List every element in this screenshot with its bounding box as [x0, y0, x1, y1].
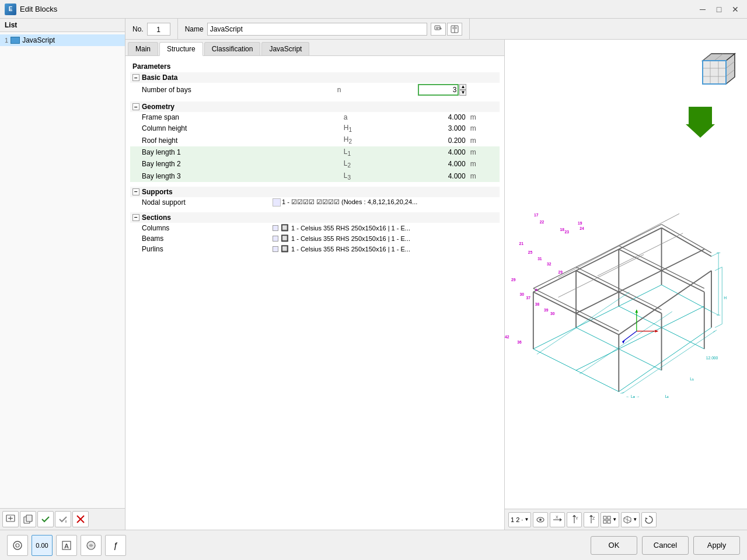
param-symbol: L2 [341, 158, 383, 170]
param-symbol: L3 [341, 170, 383, 182]
table-row: Bay length 1 L1 4.000 m [130, 146, 500, 158]
axis-y-button[interactable]: Y [567, 512, 582, 527]
axis-z-button[interactable]: Z [584, 512, 599, 527]
svg-rect-142 [603, 516, 606, 519]
delete-icon [76, 514, 85, 524]
svg-marker-79 [635, 310, 638, 313]
tab-javascript[interactable]: JavaScript [261, 42, 309, 55]
structure-3d-svg: 17 18 19 22 23 24 21 25 31 32 29 [505, 40, 747, 509]
app-icon: E [5, 4, 16, 15]
table-row: Frame span a 4.000 m [130, 112, 500, 123]
edit-name-button[interactable] [431, 23, 446, 36]
reset-view-icon [644, 515, 654, 524]
tool-render-button[interactable] [81, 535, 102, 556]
param-value: 4.000 [383, 170, 468, 182]
collapse-geometry[interactable]: − [132, 103, 139, 110]
axis-x-button[interactable]: X [550, 512, 565, 527]
title-bar-controls: ─ □ ✕ [696, 4, 742, 15]
svg-line-49 [533, 228, 662, 292]
verify-ok-button[interactable] [37, 511, 54, 527]
params-panel: Main Structure Classification JavaScript… [125, 40, 505, 530]
svg-text:12.000: 12.000 [706, 356, 718, 360]
param-symbol [247, 197, 270, 208]
section-cell: 🔲 1 - Celsius 355 RHS 250x150x16 | 1 - E… [273, 224, 497, 232]
svg-text:30: 30 [520, 292, 525, 296]
collapse-supports[interactable]: − [132, 188, 139, 195]
svg-text:22: 22 [540, 220, 544, 224]
no-field: No. 1 [125, 19, 178, 39]
list-item[interactable]: 1 JavaScript [0, 34, 125, 46]
collapse-basic-data[interactable]: − [132, 74, 139, 81]
axis-x-icon: X [553, 516, 562, 524]
geometry-title: − Geometry [130, 102, 500, 112]
collapse-sections[interactable]: − [132, 214, 139, 221]
svg-text:17: 17 [534, 213, 539, 217]
geometry-table: Frame span a 4.000 m Column height H1 3.… [130, 112, 500, 182]
verify-warning-button[interactable] [55, 511, 71, 527]
eye-button[interactable] [533, 512, 548, 527]
check-warning-icon [58, 514, 68, 524]
section-text: 1 - Celsius 355 RHS 250x150x16 | 1 - E..… [291, 235, 410, 242]
svg-text:L₂: L₂ [665, 394, 669, 398]
svg-text:← L₃ →: ← L₃ → [626, 394, 640, 398]
param-label: Bay length 1 [130, 146, 341, 158]
param-unit: m [468, 134, 500, 146]
delete-block-button[interactable] [72, 511, 89, 527]
svg-point-151 [16, 544, 19, 547]
cancel-button[interactable]: Cancel [642, 536, 689, 555]
ok-button[interactable]: OK [591, 536, 637, 555]
left-toolbar [0, 508, 125, 530]
table-row: Roof height H2 0.200 m [130, 134, 500, 146]
name-input[interactable] [207, 23, 427, 36]
numbering-label: 1 2 · [511, 516, 523, 523]
add-block-button[interactable] [2, 511, 19, 527]
minimize-button[interactable]: ─ [696, 4, 710, 15]
copy-block-button[interactable] [20, 511, 36, 527]
param-label: Frame span [130, 112, 341, 123]
3d-view-button[interactable]: ▼ [621, 512, 640, 527]
list-area: 1 JavaScript [0, 32, 125, 508]
param-label: Purlins [130, 244, 247, 254]
library-button[interactable] [447, 23, 462, 36]
basic-data-title: − Basic Data [130, 72, 500, 83]
tool-formula-button[interactable]: ƒ [105, 535, 126, 556]
svg-rect-4 [26, 515, 32, 522]
name-buttons [431, 23, 462, 36]
close-button[interactable]: ✕ [728, 4, 742, 15]
tool-measure-button[interactable]: 0.00 [32, 535, 53, 556]
spin-up-button[interactable]: ▲ [459, 84, 466, 90]
view-toolbar: 1 2 · ▼ [505, 509, 747, 530]
svg-text:21: 21 [519, 242, 523, 246]
svg-text:30: 30 [550, 312, 555, 316]
check-ok-icon [41, 514, 50, 524]
list-item-number: 1 [5, 37, 8, 44]
svg-text:23: 23 [565, 230, 570, 234]
table-row: Number of bays n ▲ ▼ [130, 83, 500, 97]
params-section-header: Parameters [130, 61, 500, 72]
tool-text-button[interactable]: A [56, 535, 77, 556]
apply-button[interactable]: Apply [693, 536, 740, 555]
view-options-button[interactable]: ▼ [601, 512, 619, 527]
spin-down-button[interactable]: ▼ [459, 90, 466, 96]
svg-rect-145 [608, 520, 610, 523]
no-value: 1 [147, 23, 170, 36]
param-symbol [247, 223, 270, 233]
svg-point-132 [539, 519, 542, 521]
numbering-button[interactable]: 1 2 · ▼ [508, 512, 531, 527]
book-icon [451, 25, 459, 33]
svg-text:29: 29 [511, 278, 516, 282]
eye-icon [536, 516, 544, 524]
tool-pointer-button[interactable] [7, 535, 28, 556]
tab-main[interactable]: Main [128, 42, 158, 55]
svg-text:Z: Z [592, 516, 595, 520]
edit-icon [434, 25, 442, 33]
tab-classification[interactable]: Classification [204, 42, 261, 55]
maximize-button[interactable]: □ [712, 4, 726, 15]
bays-spinner[interactable] [418, 84, 459, 96]
svg-text:31: 31 [537, 257, 542, 261]
reset-view-button[interactable] [641, 512, 657, 527]
svg-text:19: 19 [578, 221, 582, 225]
svg-text:24: 24 [580, 226, 584, 230]
tab-structure[interactable]: Structure [159, 42, 203, 56]
geometry-label: Geometry [142, 103, 174, 111]
